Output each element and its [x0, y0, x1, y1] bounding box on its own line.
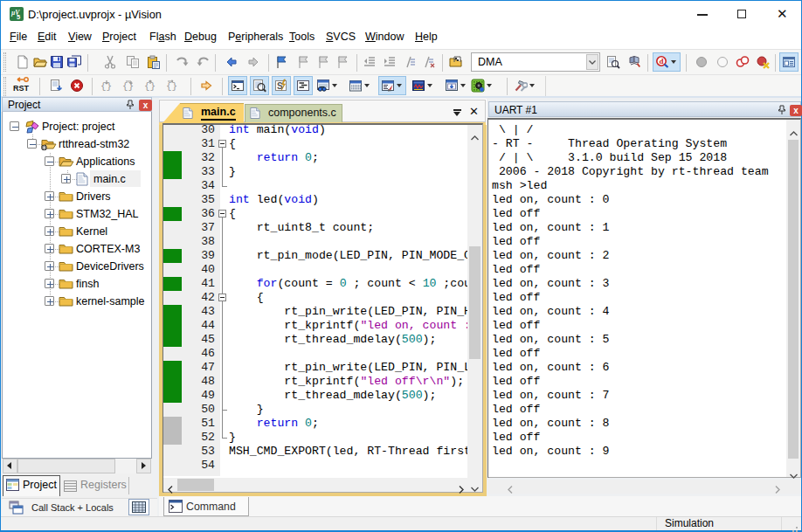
svg-text:RST: RST	[13, 84, 30, 93]
svg-text:5: 5	[17, 13, 20, 21]
svg-text:{}: {}	[166, 81, 177, 92]
svg-text:d: d	[659, 57, 663, 66]
